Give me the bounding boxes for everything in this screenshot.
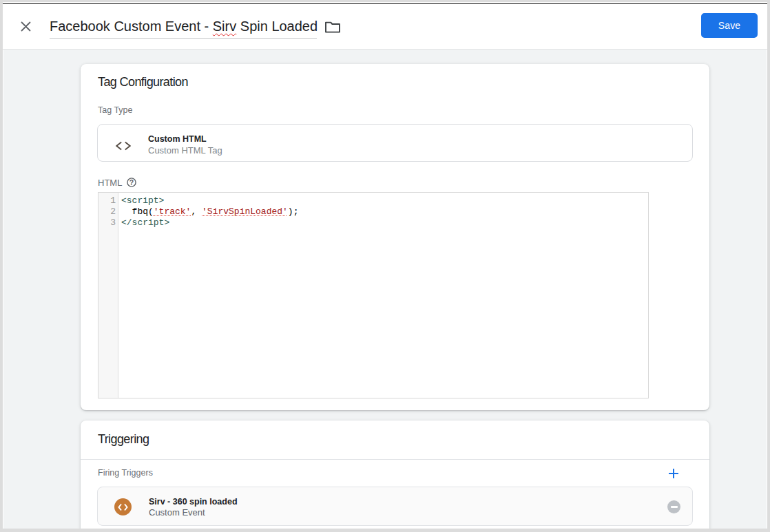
svg-text:?: ? <box>129 178 134 187</box>
